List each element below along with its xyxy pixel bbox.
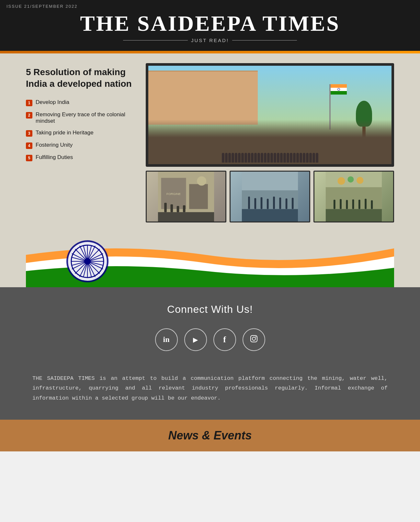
svg-rect-4 [158, 212, 214, 221]
person [274, 153, 276, 163]
svg-rect-18 [279, 198, 281, 209]
flag-scene [148, 66, 392, 164]
svg-rect-2 [189, 184, 208, 209]
left-column: 5 Resolution of making India a developed… [26, 63, 136, 161]
list-item: 5 Fulfilling Duties [26, 154, 136, 161]
instagram-svg [249, 334, 258, 343]
divider: JUST READ! [6, 38, 414, 43]
person [300, 153, 302, 163]
article-heading: 5 Resolution of making India a developed… [26, 66, 136, 90]
svg-rect-27 [334, 199, 335, 209]
divider-left [123, 40, 188, 40]
svg-rect-30 [352, 199, 354, 209]
list-item: 4 Fostering Unity [26, 142, 136, 149]
person [296, 153, 299, 163]
svg-point-25 [347, 176, 354, 182]
person [251, 153, 254, 163]
person [283, 153, 286, 163]
person [280, 153, 283, 163]
flag-white [331, 88, 347, 91]
right-column: FORGINE [146, 63, 394, 222]
description-text: THE SAIDEEPA TIMES is an attempt to buil… [32, 374, 388, 403]
svg-point-3 [197, 176, 206, 186]
svg-rect-12 [242, 209, 298, 221]
crowd [148, 120, 392, 164]
svg-rect-32 [365, 199, 367, 209]
item-text-5: Fulfilling Duties [36, 154, 73, 161]
person [254, 153, 257, 163]
newspaper-title: THE SAIDEEPA TIMES [6, 11, 414, 36]
person [232, 153, 234, 163]
person [277, 153, 279, 163]
person [264, 153, 267, 163]
divider-right [232, 40, 297, 40]
small-images-row: FORGINE [146, 171, 394, 222]
svg-point-26 [357, 177, 363, 184]
main-content: 5 Resolution of making India a developed… [0, 53, 420, 287]
svg-text:FORGINE: FORGINE [166, 192, 181, 196]
flag-orange [331, 84, 347, 88]
svg-rect-19 [286, 199, 288, 209]
linkedin-icon: in [163, 335, 169, 344]
svg-rect-8 [183, 205, 186, 212]
svg-point-50 [85, 259, 90, 264]
svg-rect-28 [340, 199, 342, 209]
svg-rect-31 [358, 199, 360, 209]
small-photo-2 [230, 171, 310, 222]
facebook-icon: f [223, 335, 226, 345]
small-photo-3 [313, 171, 394, 222]
svg-rect-11 [242, 190, 298, 209]
person [303, 153, 305, 163]
photo1-placeholder: FORGINE [147, 172, 225, 221]
svg-rect-5 [164, 203, 167, 212]
news-events-title: News & Events [6, 429, 414, 442]
item-number-4: 4 [26, 142, 32, 149]
resolution-list: 1 Develop India 2 Removing Every trace o… [26, 99, 136, 161]
youtube-button[interactable]: ▶ [184, 328, 207, 351]
photo2-svg [231, 172, 309, 221]
photo1-svg: FORGINE [147, 172, 225, 221]
person [235, 153, 237, 163]
news-events-section: News & Events [0, 420, 420, 451]
person [257, 153, 260, 163]
person [267, 153, 270, 163]
facebook-button[interactable]: f [213, 328, 236, 351]
svg-rect-6 [170, 204, 173, 212]
svg-rect-23 [326, 209, 382, 221]
svg-rect-29 [346, 200, 348, 209]
photo3-svg [314, 172, 393, 221]
photo3-placeholder [314, 172, 393, 221]
indian-flag [331, 84, 347, 95]
building [148, 71, 258, 125]
list-item: 3 Taking pride in Heritage [26, 130, 136, 137]
item-text-2: Removing Every trace of the colonial min… [36, 111, 136, 124]
item-text-1: Develop India [36, 99, 69, 106]
person [225, 153, 228, 163]
issue-label: ISSUE 21/SEPTEMBER 2022 [6, 4, 414, 9]
connect-section: Connect With Us! in ▶ f [0, 287, 420, 364]
linkedin-button[interactable]: in [155, 328, 178, 351]
ashoka-chakra [337, 88, 340, 91]
item-number-2: 2 [26, 112, 32, 119]
svg-rect-16 [267, 199, 269, 209]
person [222, 153, 224, 163]
svg-point-24 [337, 177, 345, 185]
person [290, 153, 292, 163]
svg-rect-17 [273, 197, 275, 209]
small-photo-1: FORGINE [146, 171, 226, 222]
ashoka-chakra-wheel [65, 239, 110, 284]
person [248, 153, 250, 163]
svg-rect-15 [261, 197, 263, 209]
person [228, 153, 231, 163]
item-text-3: Taking pride in Heritage [36, 130, 94, 136]
person [287, 153, 289, 163]
person [241, 153, 244, 163]
description-section: THE SAIDEEPA TIMES is an attempt to buil… [0, 364, 420, 420]
svg-point-52 [252, 337, 255, 340]
instagram-button[interactable] [243, 328, 265, 351]
person [238, 153, 241, 163]
youtube-icon: ▶ [193, 336, 198, 344]
flag-green [331, 91, 347, 95]
list-item: 2 Removing Every trace of the colonial m… [26, 111, 136, 124]
social-icons: in ▶ f [6, 328, 414, 351]
